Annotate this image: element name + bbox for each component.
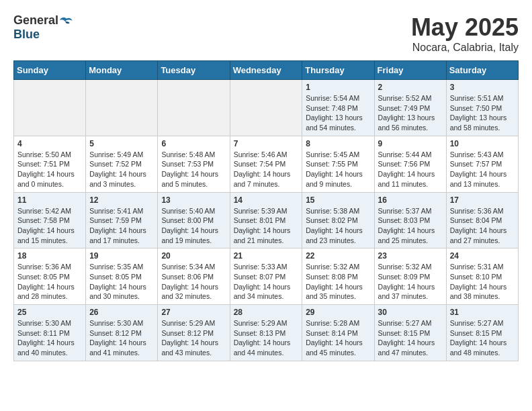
calendar-cell: 26 Sunrise: 5:30 AMSunset: 8:12 PMDaylig… xyxy=(86,305,158,361)
day-number: 21 xyxy=(234,251,299,261)
day-info: Sunrise: 5:30 AMSunset: 8:12 PMDaylight:… xyxy=(89,318,154,358)
calendar-cell: 14 Sunrise: 5:39 AMSunset: 8:01 PMDaylig… xyxy=(230,192,302,248)
day-info: Sunrise: 5:50 AMSunset: 7:51 PMDaylight:… xyxy=(17,150,82,189)
day-number: 3 xyxy=(450,83,515,92)
calendar-week-1: 1 Sunrise: 5:54 AMSunset: 7:48 PMDayligh… xyxy=(14,80,519,136)
day-number: 23 xyxy=(378,251,443,261)
calendar-cell: 3 Sunrise: 5:51 AMSunset: 7:50 PMDayligh… xyxy=(446,80,518,136)
weekday-header-wednesday: Wednesday xyxy=(230,61,302,80)
weekday-header-saturday: Saturday xyxy=(446,61,518,80)
calendar-cell: 1 Sunrise: 5:54 AMSunset: 7:48 PMDayligh… xyxy=(302,80,374,136)
day-info: Sunrise: 5:48 AMSunset: 7:53 PMDaylight:… xyxy=(161,150,226,189)
day-number: 1 xyxy=(306,83,370,92)
calendar-cell: 21 Sunrise: 5:33 AMSunset: 8:07 PMDaylig… xyxy=(230,248,302,305)
day-number: 2 xyxy=(378,83,443,92)
calendar-cell: 5 Sunrise: 5:49 AMSunset: 7:52 PMDayligh… xyxy=(86,136,158,192)
day-info: Sunrise: 5:42 AMSunset: 7:58 PMDaylight:… xyxy=(17,206,82,246)
calendar-cell: 17 Sunrise: 5:36 AMSunset: 8:04 PMDaylig… xyxy=(446,192,518,248)
logo: General Blue xyxy=(13,13,73,42)
day-number: 29 xyxy=(306,308,370,317)
calendar-cell: 19 Sunrise: 5:35 AMSunset: 8:05 PMDaylig… xyxy=(86,248,158,305)
calendar-cell: 2 Sunrise: 5:52 AMSunset: 7:49 PMDayligh… xyxy=(374,80,446,136)
day-info: Sunrise: 5:31 AMSunset: 8:10 PMDaylight:… xyxy=(450,262,515,302)
day-number: 26 xyxy=(89,308,154,317)
calendar-cell: 20 Sunrise: 5:34 AMSunset: 8:06 PMDaylig… xyxy=(158,248,230,305)
day-number: 15 xyxy=(306,195,370,205)
calendar-cell: 6 Sunrise: 5:48 AMSunset: 7:53 PMDayligh… xyxy=(158,136,230,192)
day-info: Sunrise: 5:46 AMSunset: 7:54 PMDaylight:… xyxy=(234,150,299,189)
day-info: Sunrise: 5:52 AMSunset: 7:49 PMDaylight:… xyxy=(378,93,443,133)
logo-bird-icon xyxy=(60,14,73,28)
calendar-table: SundayMondayTuesdayWednesdayThursdayFrid… xyxy=(13,60,519,361)
calendar-cell: 7 Sunrise: 5:46 AMSunset: 7:54 PMDayligh… xyxy=(230,136,302,192)
day-info: Sunrise: 5:54 AMSunset: 7:48 PMDaylight:… xyxy=(306,93,370,133)
day-info: Sunrise: 5:35 AMSunset: 8:05 PMDaylight:… xyxy=(89,262,154,302)
day-info: Sunrise: 5:28 AMSunset: 8:14 PMDaylight:… xyxy=(306,318,370,358)
day-number: 11 xyxy=(17,195,82,205)
calendar-cell: 4 Sunrise: 5:50 AMSunset: 7:51 PMDayligh… xyxy=(14,136,86,192)
calendar-cell: 10 Sunrise: 5:43 AMSunset: 7:57 PMDaylig… xyxy=(446,136,518,192)
calendar-week-4: 18 Sunrise: 5:36 AMSunset: 8:05 PMDaylig… xyxy=(14,248,519,305)
day-number: 31 xyxy=(450,308,515,317)
day-info: Sunrise: 5:37 AMSunset: 8:03 PMDaylight:… xyxy=(378,206,443,246)
weekday-header-tuesday: Tuesday xyxy=(158,61,230,80)
day-number: 4 xyxy=(17,139,82,148)
day-info: Sunrise: 5:33 AMSunset: 8:07 PMDaylight:… xyxy=(234,262,299,302)
day-info: Sunrise: 5:38 AMSunset: 8:02 PMDaylight:… xyxy=(306,206,370,246)
calendar-cell: 8 Sunrise: 5:45 AMSunset: 7:55 PMDayligh… xyxy=(302,136,374,192)
day-number: 22 xyxy=(306,251,370,261)
calendar-cell: 9 Sunrise: 5:44 AMSunset: 7:56 PMDayligh… xyxy=(374,136,446,192)
day-info: Sunrise: 5:45 AMSunset: 7:55 PMDaylight:… xyxy=(306,150,370,189)
day-info: Sunrise: 5:30 AMSunset: 8:11 PMDaylight:… xyxy=(17,318,82,358)
calendar-cell: 31 Sunrise: 5:27 AMSunset: 8:15 PMDaylig… xyxy=(446,305,518,361)
day-number: 7 xyxy=(234,139,299,148)
day-info: Sunrise: 5:29 AMSunset: 8:12 PMDaylight:… xyxy=(161,318,226,358)
calendar-cell xyxy=(158,80,230,136)
calendar-cell: 30 Sunrise: 5:27 AMSunset: 8:15 PMDaylig… xyxy=(374,305,446,361)
day-info: Sunrise: 5:36 AMSunset: 8:05 PMDaylight:… xyxy=(17,262,82,302)
weekday-header-thursday: Thursday xyxy=(302,61,374,80)
day-info: Sunrise: 5:41 AMSunset: 7:59 PMDaylight:… xyxy=(89,206,154,246)
day-info: Sunrise: 5:36 AMSunset: 8:04 PMDaylight:… xyxy=(450,206,515,246)
calendar-cell xyxy=(14,80,86,136)
day-info: Sunrise: 5:34 AMSunset: 8:06 PMDaylight:… xyxy=(161,262,226,302)
day-number: 13 xyxy=(161,195,226,205)
day-info: Sunrise: 5:39 AMSunset: 8:01 PMDaylight:… xyxy=(234,206,299,246)
day-info: Sunrise: 5:51 AMSunset: 7:50 PMDaylight:… xyxy=(450,93,515,133)
day-number: 25 xyxy=(17,308,82,317)
logo-general-text: General xyxy=(13,13,58,28)
calendar-cell: 29 Sunrise: 5:28 AMSunset: 8:14 PMDaylig… xyxy=(302,305,374,361)
day-info: Sunrise: 5:27 AMSunset: 8:15 PMDaylight:… xyxy=(378,318,443,358)
calendar-cell: 23 Sunrise: 5:32 AMSunset: 8:09 PMDaylig… xyxy=(374,248,446,305)
day-number: 24 xyxy=(450,251,515,261)
day-number: 18 xyxy=(17,251,82,261)
day-number: 5 xyxy=(89,139,154,148)
weekday-header-row: SundayMondayTuesdayWednesdayThursdayFrid… xyxy=(14,61,519,80)
day-number: 19 xyxy=(89,251,154,261)
title-area: May 2025 Nocara, Calabria, Italy xyxy=(411,13,519,54)
calendar-cell: 16 Sunrise: 5:37 AMSunset: 8:03 PMDaylig… xyxy=(374,192,446,248)
page-header: General Blue May 2025 Nocara, Calabria, … xyxy=(13,13,519,54)
day-number: 14 xyxy=(234,195,299,205)
calendar-week-3: 11 Sunrise: 5:42 AMSunset: 7:58 PMDaylig… xyxy=(14,192,519,248)
calendar-cell: 18 Sunrise: 5:36 AMSunset: 8:05 PMDaylig… xyxy=(14,248,86,305)
day-info: Sunrise: 5:32 AMSunset: 8:09 PMDaylight:… xyxy=(378,262,443,302)
day-number: 10 xyxy=(450,139,515,148)
location: Nocara, Calabria, Italy xyxy=(411,42,519,54)
weekday-header-monday: Monday xyxy=(86,61,158,80)
day-number: 6 xyxy=(161,139,226,148)
calendar-cell xyxy=(86,80,158,136)
calendar-week-5: 25 Sunrise: 5:30 AMSunset: 8:11 PMDaylig… xyxy=(14,305,519,361)
calendar-week-2: 4 Sunrise: 5:50 AMSunset: 7:51 PMDayligh… xyxy=(14,136,519,192)
weekday-header-sunday: Sunday xyxy=(14,61,86,80)
calendar-cell: 11 Sunrise: 5:42 AMSunset: 7:58 PMDaylig… xyxy=(14,192,86,248)
calendar-cell: 28 Sunrise: 5:29 AMSunset: 8:13 PMDaylig… xyxy=(230,305,302,361)
day-number: 8 xyxy=(306,139,370,148)
day-info: Sunrise: 5:40 AMSunset: 8:00 PMDaylight:… xyxy=(161,206,226,246)
day-info: Sunrise: 5:32 AMSunset: 8:08 PMDaylight:… xyxy=(306,262,370,302)
calendar-cell: 12 Sunrise: 5:41 AMSunset: 7:59 PMDaylig… xyxy=(86,192,158,248)
weekday-header-friday: Friday xyxy=(374,61,446,80)
calendar-cell: 25 Sunrise: 5:30 AMSunset: 8:11 PMDaylig… xyxy=(14,305,86,361)
day-number: 9 xyxy=(378,139,443,148)
day-info: Sunrise: 5:49 AMSunset: 7:52 PMDaylight:… xyxy=(89,150,154,189)
